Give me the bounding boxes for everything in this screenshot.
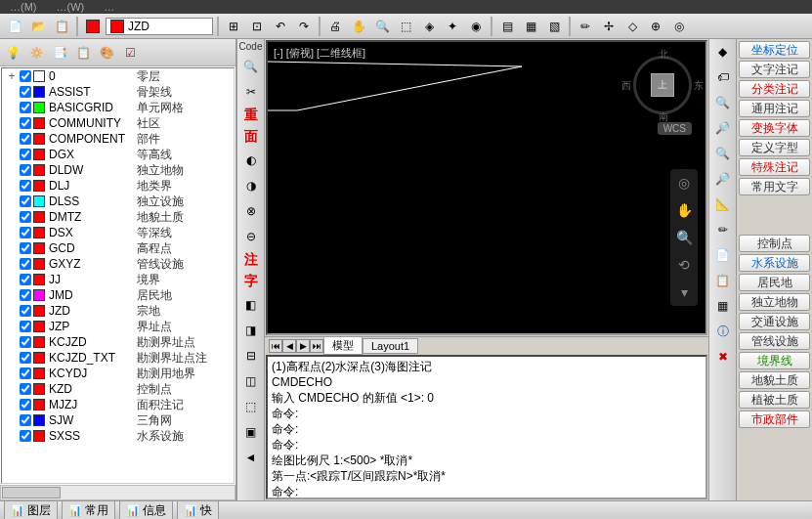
pan-button[interactable]: ✋ xyxy=(348,16,369,37)
tool-icon[interactable]: 🏷 xyxy=(712,66,734,88)
layer-color-swatch[interactable] xyxy=(33,86,45,98)
tab-last[interactable]: ⏭ xyxy=(310,339,323,353)
layer-tool[interactable]: 📑 xyxy=(49,42,70,64)
layer-visibility-checkbox[interactable] xyxy=(20,70,31,82)
layer-row[interactable]: SXSS 水系设施 xyxy=(2,428,234,444)
vert-char[interactable]: 注 xyxy=(244,251,258,269)
panel-button[interactable]: 水系设施 xyxy=(739,254,810,272)
layer-visibility-checkbox[interactable] xyxy=(20,399,31,411)
tab-prev[interactable]: ◀ xyxy=(282,339,296,353)
layer-row[interactable]: GXYZ 管线设施 xyxy=(2,256,234,272)
move-button[interactable]: ✢ xyxy=(598,16,620,37)
tool-icon[interactable]: ⊗ xyxy=(240,200,262,222)
vert-char[interactable]: 面 xyxy=(244,128,258,146)
menu-item[interactable]: …(M) xyxy=(10,1,37,13)
layer-tool[interactable]: 🔅 xyxy=(25,42,47,64)
layer-visibility-checkbox[interactable] xyxy=(20,102,31,113)
panel-button[interactable]: 控制点 xyxy=(739,235,810,252)
layer-color-swatch[interactable] xyxy=(33,102,45,113)
layer-visibility-checkbox[interactable] xyxy=(20,352,31,364)
command-window[interactable]: (1)高程点(2)水深点(3)海图注记CMDECHO输入 CMDECHO 的新值… xyxy=(266,355,707,499)
layer-color-swatch[interactable] xyxy=(33,274,45,285)
layer-color-swatch[interactable] xyxy=(33,305,45,317)
panel-button[interactable]: 管线设施 xyxy=(739,332,810,350)
layer-color-swatch[interactable] xyxy=(33,133,45,145)
layer-color-swatch[interactable] xyxy=(33,211,45,223)
layer-row[interactable]: JMD 居民地 xyxy=(2,287,234,303)
layer-row[interactable]: JJ 境界 xyxy=(2,272,234,287)
layer-visibility-checkbox[interactable] xyxy=(20,86,31,98)
nav-zoom-icon[interactable]: 🔍 xyxy=(674,228,694,247)
tool-button[interactable]: ⊞ xyxy=(223,16,244,37)
redo-button[interactable]: ↷ xyxy=(293,16,315,37)
tool-icon[interactable]: 📋 xyxy=(712,270,734,291)
layer-color-swatch[interactable] xyxy=(33,289,45,301)
layer-row[interactable]: KCYDJ 勘测用地界 xyxy=(2,366,234,381)
layer-color-swatch[interactable] xyxy=(82,16,104,37)
tool-icon[interactable]: ◑ xyxy=(240,175,262,196)
tool-button[interactable]: ▤ xyxy=(496,16,518,37)
layer-color-swatch[interactable] xyxy=(33,195,45,207)
layer-row[interactable]: COMPONENT 部件 xyxy=(2,131,234,147)
panel-button[interactable]: 通用注记 xyxy=(739,100,810,117)
panel-button[interactable]: 分类注记 xyxy=(739,80,810,98)
tool-icon[interactable]: 📐 xyxy=(712,194,734,215)
layer-color-swatch[interactable] xyxy=(33,180,45,192)
layer-visibility-checkbox[interactable] xyxy=(20,180,31,192)
layer-visibility-checkbox[interactable] xyxy=(20,274,31,285)
nav-orbit-icon[interactable]: ⟲ xyxy=(674,255,694,275)
undo-button[interactable]: ↶ xyxy=(270,16,291,37)
bottom-tab[interactable]: 📊 图层 xyxy=(4,500,58,520)
tool-button[interactable]: ✦ xyxy=(442,16,463,37)
layer-row[interactable]: DLJ 地类界 xyxy=(2,178,234,194)
layer-visibility-checkbox[interactable] xyxy=(20,368,31,379)
layer-color-swatch[interactable] xyxy=(33,164,45,176)
tool-icon[interactable]: ◄ xyxy=(240,447,262,468)
panel-button[interactable]: 变换字体 xyxy=(739,119,810,137)
nav-bar[interactable]: ◎ ✋ 🔍 ⟲ ▾ xyxy=(670,169,698,306)
tool-icon[interactable]: ▣ xyxy=(240,421,262,443)
layer-visibility-checkbox[interactable] xyxy=(20,414,31,426)
tool-icon[interactable]: ◧ xyxy=(240,294,262,316)
layer-color-swatch[interactable] xyxy=(33,149,45,160)
zoom-button[interactable]: 🔍 xyxy=(371,16,393,37)
panel-button[interactable]: 交通设施 xyxy=(739,313,810,330)
bottom-tab[interactable]: 📊 快 xyxy=(177,500,219,520)
layer-scrollbar[interactable] xyxy=(0,485,235,500)
layer-row[interactable]: DLDW 独立地物 xyxy=(2,162,234,178)
view-cube[interactable]: 上 北 东 南 西 xyxy=(629,52,696,118)
tool-button[interactable]: ⊕ xyxy=(645,16,666,37)
layer-visibility-checkbox[interactable] xyxy=(20,430,31,442)
tool-button[interactable]: ▧ xyxy=(543,16,565,37)
layer-visibility-checkbox[interactable] xyxy=(20,242,31,254)
panel-button[interactable]: 文字注记 xyxy=(739,61,810,78)
layer-row[interactable]: GCD 高程点 xyxy=(2,240,234,256)
tool-icon[interactable]: ✏ xyxy=(712,219,734,240)
layer-visibility-checkbox[interactable] xyxy=(20,117,31,129)
layer-row[interactable]: KCJZD 勘测界址点 xyxy=(2,334,234,350)
layer-color-swatch[interactable] xyxy=(33,368,45,379)
tab-model[interactable]: 模型 xyxy=(323,336,363,355)
tool-button[interactable]: 📋 xyxy=(51,16,72,37)
layer-row[interactable]: DMTZ 地貌土质 xyxy=(2,209,234,225)
layer-tool[interactable]: 📋 xyxy=(72,42,94,64)
nav-wheel-icon[interactable]: ◎ xyxy=(674,173,694,193)
panel-button[interactable]: 定义字型 xyxy=(739,139,810,156)
layer-row[interactable]: ASSIST 骨架线 xyxy=(2,84,234,100)
tool-button[interactable]: 📄 xyxy=(4,16,25,37)
layer-visibility-checkbox[interactable] xyxy=(20,336,31,348)
tool-icon[interactable]: ◫ xyxy=(240,370,262,392)
layer-visibility-checkbox[interactable] xyxy=(20,227,31,238)
tab-layout1[interactable]: Layout1 xyxy=(363,338,418,354)
tool-icon[interactable]: ▦ xyxy=(712,295,734,317)
layer-row[interactable]: KZD 控制点 xyxy=(2,381,234,397)
menu-item[interactable]: …(W) xyxy=(57,1,85,13)
layer-color-swatch[interactable] xyxy=(33,227,45,238)
tool-icon[interactable]: 🔍 xyxy=(712,92,734,113)
layer-color-swatch[interactable] xyxy=(33,117,45,129)
layer-color-swatch[interactable] xyxy=(33,430,45,442)
layer-visibility-checkbox[interactable] xyxy=(20,289,31,301)
tool-button[interactable]: 📂 xyxy=(27,16,49,37)
layer-color-swatch[interactable] xyxy=(33,383,45,395)
panel-button[interactable]: 常用文字 xyxy=(739,178,810,195)
